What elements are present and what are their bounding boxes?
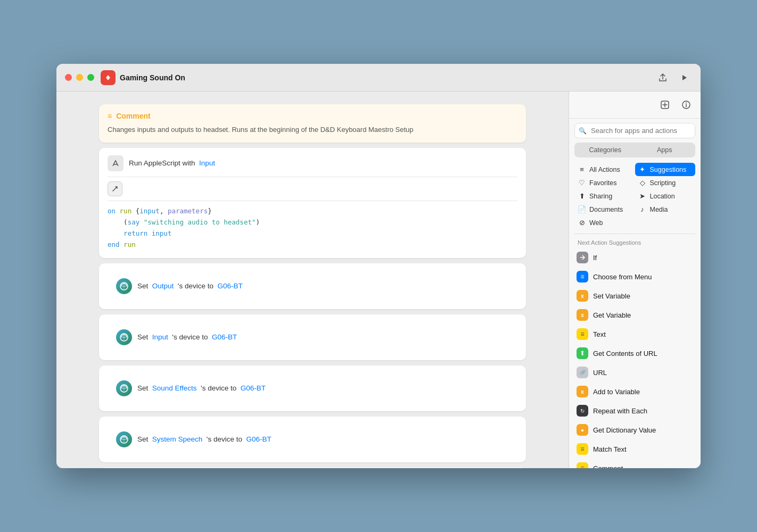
set-variable-badge: x xyxy=(577,290,588,302)
action-item-url[interactable]: 🔗 URL xyxy=(569,363,701,382)
action-item-text[interactable]: ≡ Text xyxy=(569,325,701,344)
action-item-dict[interactable]: ● Get Dictionary Value xyxy=(569,420,701,439)
action-item-get-url[interactable]: ⬆ Get Contents of URL xyxy=(569,344,701,363)
action-if-label: If xyxy=(593,254,597,262)
speech-app-icon xyxy=(116,431,132,447)
action-choose-menu-label: Choose from Menu xyxy=(593,273,652,281)
action-get-variable-label: Get Variable xyxy=(593,311,631,319)
set-speech-inner: Set System Speech 's device to G06-BT xyxy=(108,424,517,455)
action-item-match-text[interactable]: ≡ Match Text xyxy=(569,439,701,459)
cat-media[interactable]: ♪ Media xyxy=(635,203,696,216)
main-window: Gaming Sound On ≡ Comment xyxy=(56,64,701,468)
match-text-badge: ≡ xyxy=(577,443,588,455)
cat-sharing[interactable]: ⬆ Sharing xyxy=(574,189,635,203)
set-output-card: Set Output 's device to G06-BT xyxy=(99,263,526,309)
play-button[interactable] xyxy=(676,70,692,86)
cat-scripting[interactable]: ◇ Scripting xyxy=(635,176,696,189)
cat-all-actions-label: All Actions xyxy=(589,166,620,173)
set-discord-card: Set Discord 's device to G06-BT xyxy=(99,468,526,469)
action-item-choose-menu[interactable]: ≡ Choose from Menu xyxy=(569,267,701,286)
action-item-repeat[interactable]: ↻ Repeat with Each xyxy=(569,401,701,420)
scripting-icon: ◇ xyxy=(638,179,647,187)
action-list: If ≡ Choose from Menu x Set Variable x G… xyxy=(569,248,701,468)
maximize-button[interactable] xyxy=(87,74,94,81)
close-button[interactable] xyxy=(65,74,72,81)
app-icon xyxy=(101,70,116,85)
url-badge: 🔗 xyxy=(577,367,588,378)
action-get-url-label: Get Contents of URL xyxy=(593,350,657,358)
text-badge: ≡ xyxy=(577,328,588,340)
get-variable-badge: x xyxy=(577,309,588,321)
comment-icon: ≡ xyxy=(108,112,112,120)
suggestions-icon: ✦ xyxy=(638,165,647,173)
cat-media-label: Media xyxy=(650,206,668,213)
suggestions-label: Next Action Suggestions xyxy=(569,236,701,248)
output-app-icon xyxy=(116,278,132,294)
if-badge xyxy=(577,252,588,263)
set-input-card: Set Input 's device to G06-BT xyxy=(99,314,526,360)
action-item-get-variable[interactable]: x Get Variable xyxy=(569,305,701,325)
action-match-text-label: Match Text xyxy=(593,445,627,453)
cat-suggestions[interactable]: ✦ Suggestions xyxy=(635,163,696,176)
cat-web[interactable]: ⊘ Web xyxy=(574,216,635,229)
set-speech-card: Set System Speech 's device to G06-BT xyxy=(99,417,526,462)
cat-scripting-label: Scripting xyxy=(650,179,676,187)
applescript-icon xyxy=(108,155,124,171)
documents-icon: 📄 xyxy=(578,205,586,213)
input-app-icon xyxy=(116,329,132,345)
sharing-icon: ⬆ xyxy=(578,192,586,200)
applescript-label: Run AppleScript with Input xyxy=(129,159,215,167)
set-input-text: Set Input 's device to G06-BT xyxy=(137,333,237,341)
cat-location-label: Location xyxy=(650,193,675,200)
media-icon: ♪ xyxy=(638,205,647,213)
script-tool-button[interactable] xyxy=(108,181,122,196)
window-title: Gaming Sound On xyxy=(120,73,655,82)
comment-badge: ≡ xyxy=(577,462,588,468)
set-sound-card: Set Sound Effects 's device to G06-BT xyxy=(99,365,526,411)
cat-sharing-label: Sharing xyxy=(589,193,612,200)
cat-favorites[interactable]: ♡ Favorites xyxy=(574,176,635,189)
tab-categories[interactable]: Categories xyxy=(575,144,635,156)
minimize-button[interactable] xyxy=(76,74,83,81)
main-content: ≡ Comment Changes inputs and outputs to … xyxy=(56,92,701,468)
cat-documents[interactable]: 📄 Documents xyxy=(574,203,635,216)
actions-panel: 🔍 Categories Apps ≡ All Actions ✦ Sugges… xyxy=(569,92,701,468)
code-block[interactable]: on run {input, parameters} (say "switchi… xyxy=(99,201,526,258)
comment-card: ≡ Comment Changes inputs and outputs to … xyxy=(99,104,526,143)
action-item-add-variable[interactable]: x Add to Variable xyxy=(569,382,701,401)
get-url-badge: ⬆ xyxy=(577,347,588,359)
action-dict-label: Get Dictionary Value xyxy=(593,426,656,434)
action-item-if[interactable]: If xyxy=(569,248,701,267)
traffic-lights xyxy=(65,74,94,81)
action-item-set-variable[interactable]: x Set Variable xyxy=(569,286,701,305)
add-variable-badge: x xyxy=(577,386,588,397)
action-text-label: Text xyxy=(593,330,606,338)
set-sound-inner: Set Sound Effects 's device to G06-BT xyxy=(108,373,517,404)
tab-apps[interactable]: Apps xyxy=(635,144,695,156)
cat-favorites-label: Favorites xyxy=(589,179,616,187)
all-actions-icon: ≡ xyxy=(578,165,586,173)
action-comment-label: Comment xyxy=(593,464,623,469)
search-input[interactable] xyxy=(574,123,695,138)
action-item-comment[interactable]: ≡ Comment xyxy=(569,459,701,468)
cat-web-label: Web xyxy=(589,219,603,227)
applescript-input-token: Input xyxy=(199,159,215,167)
editor-panel: ≡ Comment Changes inputs and outputs to … xyxy=(56,92,569,468)
dict-badge: ● xyxy=(577,424,588,436)
new-action-button[interactable] xyxy=(657,97,673,113)
set-speech-text: Set System Speech 's device to G06-BT xyxy=(137,435,271,443)
actions-header xyxy=(569,92,701,119)
cat-all-actions[interactable]: ≡ All Actions xyxy=(574,163,635,176)
action-url-label: URL xyxy=(593,369,607,377)
search-icon: 🔍 xyxy=(579,127,587,135)
cat-location[interactable]: ➤ Location xyxy=(635,189,696,203)
info-button[interactable] xyxy=(678,97,694,113)
set-sound-text: Set Sound Effects 's device to G06-BT xyxy=(137,384,266,392)
comment-text: Changes inputs and outputs to headset. R… xyxy=(108,124,517,135)
cat-suggestions-label: Suggestions xyxy=(650,166,687,173)
share-button[interactable] xyxy=(655,70,671,86)
applescript-card: Run AppleScript with Input on run {input… xyxy=(99,148,526,258)
comment-title: Comment xyxy=(116,112,151,120)
section-divider xyxy=(574,234,695,234)
cat-documents-label: Documents xyxy=(589,206,623,213)
